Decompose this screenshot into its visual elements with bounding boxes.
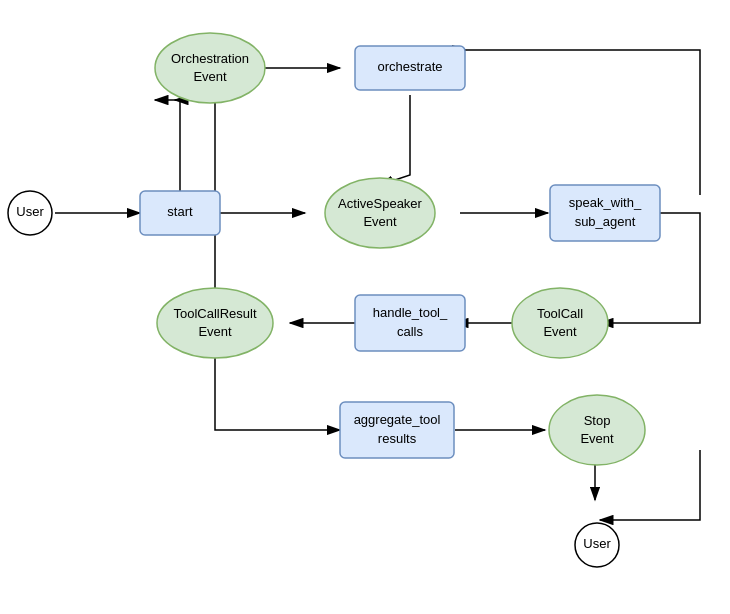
speak-shape (550, 185, 660, 241)
user-start-label: User (16, 204, 44, 219)
aggregate-node: aggregate_tool results (340, 402, 454, 458)
toolcall-label: ToolCall (537, 306, 583, 321)
orchestrate-node: orchestrate (355, 46, 465, 90)
active-speaker-label2: Event (363, 214, 397, 229)
toolcall-label2: Event (543, 324, 577, 339)
active-speaker-label: ActiveSpeaker (338, 196, 422, 211)
arrow-toolresult-aggregate (215, 355, 340, 430)
stop-shape (549, 395, 645, 465)
speak-label2: sub_agent (575, 214, 636, 229)
arrow-orchestrate-activespeaker (380, 95, 410, 185)
toolcall-result-node: ToolCallResult Event (157, 288, 273, 358)
aggregate-label: aggregate_tool (354, 412, 441, 427)
stop-label2: Event (580, 431, 614, 446)
toolcall-result-label2: Event (198, 324, 232, 339)
toolcall-event-node: ToolCall Event (512, 288, 608, 358)
user-start-node: User (8, 191, 52, 235)
arrow-top-right-back (465, 50, 700, 195)
speak-with-sub-agent-node: speak_with_ sub_agent (550, 185, 660, 241)
orchestration-event-node: Orchestration Event (155, 33, 265, 103)
handle-label: handle_tool_ (373, 305, 448, 320)
orchestrate-label: orchestrate (377, 59, 442, 74)
orchestration-event-label2: Event (193, 69, 227, 84)
aggregate-label2: results (378, 431, 417, 446)
toolcall-shape (512, 288, 608, 358)
aggregate-shape (340, 402, 454, 458)
stop-event-node: Stop Event (549, 395, 645, 465)
user-end-node: User (575, 523, 619, 567)
toolcall-result-label: ToolCallResult (173, 306, 256, 321)
toolcall-result-shape (157, 288, 273, 358)
flow-diagram: User Orchestration Event orchestrate sta… (0, 0, 730, 614)
start-node: start (140, 191, 220, 235)
arrow-start-orchestration (175, 100, 180, 195)
handle-shape (355, 295, 465, 351)
orchestration-event-label: Orchestration (171, 51, 249, 66)
stop-label: Stop (584, 413, 611, 428)
orchestration-event-shape (155, 33, 265, 103)
active-speaker-event-node: ActiveSpeaker Event (325, 178, 435, 248)
user-end-label: User (583, 536, 611, 551)
handle-tool-calls-node: handle_tool_ calls (355, 295, 465, 351)
handle-label2: calls (397, 324, 424, 339)
active-speaker-shape (325, 178, 435, 248)
start-label: start (167, 204, 193, 219)
speak-label: speak_with_ (569, 195, 642, 210)
